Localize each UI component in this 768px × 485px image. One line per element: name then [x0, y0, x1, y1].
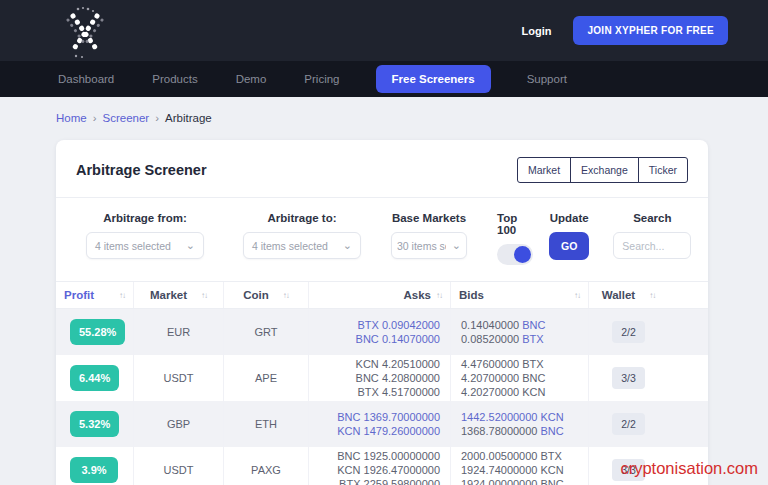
- nav-item-demo[interactable]: Demo: [234, 67, 269, 91]
- breadcrumb-home[interactable]: Home: [56, 112, 87, 124]
- column-header-coin[interactable]: Coin↑↓: [223, 282, 308, 308]
- profit-badge: 3.9%: [70, 457, 118, 483]
- market-cell: USDT: [133, 447, 223, 485]
- nav-item-support[interactable]: Support: [525, 67, 569, 91]
- table-row[interactable]: 55.28%EURGRTBTX 0.09042000BNC 0.14070000…: [56, 309, 708, 355]
- bid-price: 0.08520000: [461, 333, 522, 345]
- exchange-code: BTX: [339, 478, 363, 485]
- sort-icon: ↑↓: [574, 291, 580, 300]
- column-label: Profit: [64, 289, 94, 301]
- arbitrage-from-select[interactable]: 4 items selected ⌄: [86, 232, 204, 259]
- asks-cell: BNC 1925.00000000KCN 1926.47000000BTX 22…: [308, 447, 450, 485]
- bids-cell: 2000.00500000 BTX1924.74000000 KCN1924.0…: [450, 447, 588, 485]
- main-nav: DashboardProductsDemoPricingFree Screene…: [0, 61, 768, 97]
- base-markets-label: Base Markets: [392, 212, 466, 224]
- sort-icon: ↑↓: [649, 291, 655, 300]
- filters-row: Arbitrage from: 4 items selected ⌄ Arbit…: [56, 198, 708, 281]
- view-button-market[interactable]: Market: [517, 157, 571, 183]
- bid-price: 1368.78000000: [461, 425, 541, 437]
- ask-line: BTX 2259.59800000: [339, 477, 440, 485]
- main-content: Home›Screener›Arbitrage Arbitrage Screen…: [0, 97, 768, 485]
- profit-badge: 55.28%: [70, 319, 125, 345]
- xypher-logo-icon[interactable]: [56, 4, 112, 60]
- profit-cell: 55.28%: [56, 309, 133, 355]
- base-markets-value: 30 items selec: [397, 240, 446, 252]
- bid-price: 0.14040000: [461, 319, 522, 331]
- top-100-label: Top 100: [497, 212, 533, 236]
- exchange-code: KCN: [337, 425, 363, 437]
- coin-cell: PAXG: [223, 447, 308, 485]
- view-button-ticker[interactable]: Ticker: [638, 157, 688, 183]
- exchange-code: KCN: [541, 464, 564, 476]
- go-button[interactable]: GO: [549, 232, 589, 260]
- bids-cell: 0.14040000 BNC0.08520000 BTX: [450, 309, 588, 355]
- ask-price: 2259.59800000: [364, 478, 440, 485]
- table-row[interactable]: 6.44%USDTAPEKCN 4.20510000BNC 4.20800000…: [56, 355, 708, 401]
- breadcrumb-separator: ›: [93, 112, 97, 124]
- column-header-bids[interactable]: Bids↑↓: [450, 282, 588, 308]
- ask-price: 4.20800000: [382, 372, 440, 384]
- bid-price: 1924.00000000: [461, 478, 541, 485]
- column-header-wallet[interactable]: Wallet↑↓: [588, 282, 668, 308]
- bid-price: 2000.00500000: [461, 450, 541, 462]
- exchange-code: BTX: [357, 319, 381, 331]
- bid-line: 1924.00000000 BNC: [461, 477, 564, 485]
- login-link[interactable]: Login: [521, 25, 551, 37]
- breadcrumb-screener[interactable]: Screener: [103, 112, 150, 124]
- top-100-toggle[interactable]: [497, 244, 533, 265]
- nav-item-products[interactable]: Products: [150, 67, 199, 91]
- nav-item-pricing[interactable]: Pricing: [302, 67, 341, 91]
- bid-line: 1442.52000000 KCN: [461, 410, 564, 424]
- exchange-code: KCN: [337, 464, 363, 476]
- ask-line: BTX 4.51700000: [357, 385, 440, 399]
- column-header-market[interactable]: Market↑↓: [133, 282, 223, 308]
- ask-line: KCN 1926.47000000: [337, 463, 440, 477]
- ask-price: 4.51700000: [382, 386, 440, 398]
- join-free-button[interactable]: JOIN XYPHER FOR FREE: [573, 16, 728, 45]
- table-row[interactable]: 3.9%USDTPAXGBNC 1925.00000000KCN 1926.47…: [56, 447, 708, 485]
- sort-icon: ↑↓: [436, 291, 442, 300]
- asks-cell: KCN 4.20510000BNC 4.20800000BTX 4.517000…: [308, 355, 450, 401]
- bid-price: 1442.52000000: [461, 411, 541, 423]
- arbitrage-to-label: Arbitrage to:: [268, 212, 337, 224]
- profit-cell: 3.9%: [56, 447, 133, 485]
- table-row[interactable]: 5.32%GBPETHBNC 1369.70000000KCN 1479.260…: [56, 401, 708, 447]
- bids-cell: 4.47600000 BTX4.20700000 BNC4.20270000 K…: [450, 355, 588, 401]
- arbitrage-to-select[interactable]: 4 items selected ⌄: [243, 232, 361, 259]
- sort-icon: ↑↓: [201, 291, 207, 300]
- ask-line: BNC 0.14070000: [356, 332, 440, 346]
- wallet-badge: 3/3: [612, 367, 645, 389]
- column-header-profit[interactable]: Profit↑↓: [56, 282, 133, 308]
- watermark: cryptonisation.com: [620, 459, 758, 478]
- exchange-code: KCN: [356, 358, 382, 370]
- bid-price: 4.47600000: [461, 358, 522, 370]
- bid-line: 4.20270000 KCN: [461, 385, 545, 399]
- bid-price: 4.20700000: [461, 372, 522, 384]
- ask-line: KCN 4.20510000: [356, 357, 440, 371]
- profit-badge: 6.44%: [70, 365, 119, 391]
- search-input[interactable]: [613, 232, 691, 259]
- base-markets-select[interactable]: 30 items selec ⌄: [391, 232, 467, 259]
- exchange-code: BTX: [541, 450, 562, 462]
- coin-cell: APE: [223, 355, 308, 401]
- wallet-cell: 3/3: [588, 355, 668, 401]
- bid-line: 0.14040000 BNC: [461, 318, 545, 332]
- column-header-asks[interactable]: Asks↑↓: [308, 282, 450, 308]
- sort-icon: ↑↓: [119, 291, 125, 300]
- nav-item-dashboard[interactable]: Dashboard: [56, 67, 116, 91]
- exchange-code: KCN: [541, 411, 564, 423]
- chevron-down-icon: ⌄: [186, 240, 195, 251]
- chevron-down-icon: ⌄: [343, 240, 352, 251]
- column-label: Wallet: [602, 289, 635, 301]
- bid-line: 1924.74000000 KCN: [461, 463, 564, 477]
- view-button-exchange[interactable]: Exchange: [570, 157, 639, 183]
- coin-cell: ETH: [223, 401, 308, 447]
- column-label: Market: [150, 289, 187, 301]
- ask-price: 1479.26000000: [364, 425, 440, 437]
- bid-line: 4.20700000 BNC: [461, 371, 545, 385]
- bid-line: 4.47600000 BTX: [461, 357, 544, 371]
- nav-item-free-screeners[interactable]: Free Screeners: [376, 65, 491, 93]
- search-label: Search: [633, 212, 671, 224]
- coin-cell: GRT: [223, 309, 308, 355]
- exchange-code: BNC: [337, 450, 363, 462]
